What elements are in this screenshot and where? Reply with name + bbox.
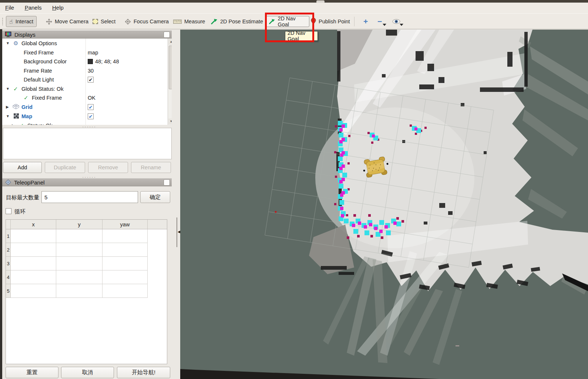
visibility-dropdown-icon[interactable]: [400, 24, 403, 26]
cell-x-2[interactable]: [11, 243, 56, 257]
column-header-y[interactable]: y: [56, 220, 103, 229]
map-display-icon: [13, 113, 19, 119]
row-header-2[interactable]: 2: [6, 243, 11, 257]
row-label: Fixed Frame: [24, 50, 54, 56]
tree-row-global-status[interactable]: ▼ ✓ Global Status: Ok: [2, 85, 165, 94]
toolbar-grip[interactable]: [2, 17, 4, 26]
move-camera-icon: [46, 19, 52, 25]
fixed-frame-status-value: OK: [88, 95, 95, 101]
cell-x-1[interactable]: [11, 229, 56, 243]
teleop-panel-header[interactable]: TeleopPanel: [2, 178, 172, 186]
tree-row-background-color[interactable]: Background Color 48; 48; 48: [2, 57, 165, 66]
start-navigation-button[interactable]: 开始导航!: [117, 367, 170, 378]
select-tool-button[interactable]: Select: [90, 16, 118, 27]
scroll-down-icon[interactable]: ▼: [168, 119, 172, 124]
cell-yaw-5[interactable]: [103, 284, 148, 298]
duplicate-display-button[interactable]: Duplicate: [45, 162, 85, 173]
max-goals-label: 目标最大数量: [6, 194, 39, 201]
measure-label: Measure: [184, 19, 205, 24]
expander-closed-icon[interactable]: ▶: [6, 105, 9, 109]
rename-display-button[interactable]: Rename: [131, 162, 171, 173]
row-header-4[interactable]: 4: [6, 270, 11, 284]
displays-panel-header[interactable]: Displays: [2, 30, 172, 39]
expander-open-icon[interactable]: ▼: [6, 87, 10, 91]
confirm-button[interactable]: 确定: [140, 191, 170, 203]
row-label: Grid: [21, 104, 33, 110]
cell-yaw-2[interactable]: [103, 243, 148, 257]
grid-enabled-checkbox[interactable]: ✔: [88, 104, 94, 110]
plus-icon: +: [363, 18, 368, 25]
interact-tool-button[interactable]: ☝ Interact: [6, 16, 37, 27]
displays-panel-title: Displays: [14, 31, 36, 38]
expander-open-icon[interactable]: ▼: [6, 114, 10, 118]
select-label: Select: [101, 19, 115, 24]
cell-y-4[interactable]: [56, 270, 103, 284]
column-header-x[interactable]: x: [11, 220, 56, 229]
cell-yaw-3[interactable]: [103, 257, 148, 270]
cell-y-5[interactable]: [56, 284, 103, 298]
tree-row-fixed-frame-status[interactable]: ✓ Fixed Frame OK: [2, 94, 165, 103]
tree-row-default-light[interactable]: Default Light ✔: [2, 76, 165, 84]
row-label: Background Color: [24, 59, 67, 64]
menu-bar: File Panels Help: [0, 3, 588, 13]
loop-checkbox[interactable]: [6, 208, 11, 214]
focus-camera-tool-button[interactable]: Focus Camera: [122, 16, 172, 27]
scrollbar-thumb[interactable]: [169, 46, 172, 89]
cell-x-4[interactable]: [11, 270, 56, 284]
menu-panels[interactable]: Panels: [21, 3, 46, 11]
dock-viewport-splitter[interactable]: ◀: [172, 29, 180, 379]
tree-row-global-options[interactable]: ▼ ⚙ Global Options: [2, 39, 165, 48]
fixed-frame-value[interactable]: map: [88, 50, 98, 56]
expander-closed-icon[interactable]: ▶: [12, 123, 15, 125]
cell-yaw-4[interactable]: [103, 270, 148, 284]
render-viewport[interactable]: [180, 30, 588, 379]
cell-y-1[interactable]: [56, 229, 103, 243]
cell-y-3[interactable]: [56, 257, 103, 270]
publish-point-label: Publish Point: [319, 19, 350, 24]
focus-camera-label: Focus Camera: [134, 19, 169, 24]
menu-help[interactable]: Help: [48, 3, 67, 11]
frame-rate-value[interactable]: 30: [88, 68, 94, 74]
row-header-5[interactable]: 5: [6, 284, 11, 298]
color-swatch[interactable]: [88, 59, 93, 64]
tree-row-grid[interactable]: ▶ Grid ✔: [2, 103, 165, 112]
cell-y-2[interactable]: [56, 243, 103, 257]
pose-estimate-tool-button[interactable]: 2D Pose Estimate: [207, 16, 266, 27]
background-color-value[interactable]: 48; 48; 48: [95, 59, 119, 64]
tree-scrollbar[interactable]: ▲ ▼: [168, 39, 172, 125]
tree-row-map[interactable]: ▼ Map ✔: [2, 112, 165, 121]
row-header-3[interactable]: 3: [6, 257, 11, 270]
column-header-yaw[interactable]: yaw: [103, 220, 148, 229]
tree-row-frame-rate[interactable]: Frame Rate 30: [2, 67, 165, 76]
menu-file[interactable]: File: [1, 3, 18, 11]
measure-ruler-icon: [173, 19, 182, 24]
cell-x-5[interactable]: [11, 284, 56, 298]
max-goals-input[interactable]: 5: [41, 191, 138, 203]
displays-tree[interactable]: ▼ ⚙ Global Options Fixed Frame map Backg…: [2, 39, 172, 125]
max-goals-value: 5: [44, 194, 47, 200]
default-light-checkbox[interactable]: ✔: [88, 77, 94, 83]
remove-tool-dropdown-icon[interactable]: [383, 24, 386, 26]
teleop-float-button[interactable]: [164, 179, 170, 186]
tree-row-fixed-frame[interactable]: Fixed Frame map: [2, 49, 165, 57]
cell-yaw-1[interactable]: [103, 229, 148, 243]
remove-display-button[interactable]: Remove: [88, 162, 128, 173]
reset-button[interactable]: 重置: [6, 367, 58, 378]
display-description-box: [3, 128, 172, 159]
move-camera-tool-button[interactable]: Move Camera: [43, 16, 91, 27]
column-header-filler: [148, 220, 167, 229]
add-tool-button[interactable]: +: [360, 16, 371, 27]
cell-x-3[interactable]: [11, 257, 56, 270]
displays-float-button[interactable]: [164, 31, 170, 38]
expander-open-icon[interactable]: ▼: [6, 41, 10, 45]
measure-tool-button[interactable]: Measure: [170, 16, 208, 27]
map-enabled-checkbox[interactable]: ✔: [88, 113, 94, 119]
scroll-up-icon[interactable]: ▲: [168, 39, 172, 45]
goals-table[interactable]: x y yaw 1 2 3 4 5: [6, 219, 167, 364]
splitter-dots: [177, 217, 177, 247]
table-corner-cell: [6, 220, 11, 229]
add-display-button[interactable]: Add: [3, 162, 42, 173]
cancel-button[interactable]: 取消: [61, 367, 114, 378]
publish-point-tool-button[interactable]: Publish Point: [308, 16, 353, 27]
row-header-1[interactable]: 1: [6, 229, 11, 243]
